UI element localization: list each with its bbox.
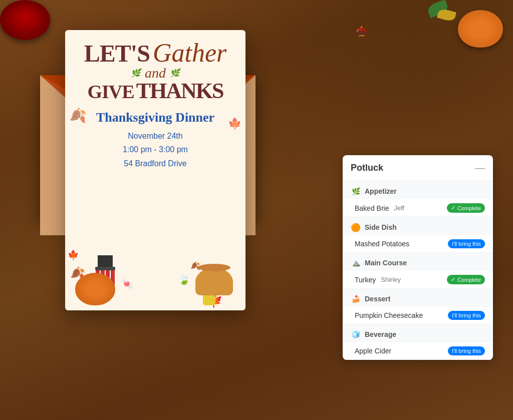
pumpkin-cheesecake-bring-button[interactable]: I'll bring this: [448, 311, 485, 320]
pumpkin-cheesecake-item: Pumpkin Cheesecake I'll bring this: [343, 307, 493, 324]
turkey-status-badge: Complete: [447, 275, 485, 284]
fall-leaf-2-icon: 🍁: [68, 249, 79, 260]
beverage-section: 🧊 Beverage Apple Cider I'll bring this: [343, 324, 493, 360]
card-illustrations: 🍂 🍁 🍃 🍂 🍁 🍬: [65, 220, 245, 310]
pumpkin-decoration: [458, 10, 503, 48]
potluck-panel: Potluck — 🌿 Appetizer Baked Brie Jeff Co…: [343, 155, 493, 360]
main-course-section: ⛰️ Main Course Turkey Shirley Complete: [343, 253, 493, 289]
baked-brie-person: Jeff: [394, 204, 404, 212]
dessert-section: 🍰 Dessert Pumpkin Cheesecake I'll bring …: [343, 289, 493, 324]
card-date: November 24th: [80, 129, 230, 143]
baked-brie-item: Baked Brie Jeff Complete: [343, 199, 493, 217]
turkey-left: Turkey Shirley: [355, 276, 401, 284]
side-dish-category-header: 🟠 Side Dish: [343, 217, 493, 235]
nuts-decoration: 🌰: [355, 25, 368, 37]
card-give-text: Give: [88, 82, 134, 101]
card-gather-text: Gather: [153, 40, 226, 66]
baked-brie-left: Baked Brie Jeff: [355, 204, 404, 212]
side-dish-section: 🟠 Side Dish Mashed Potatoes I'll bring t…: [343, 217, 493, 253]
fall-leaf-3-icon: 🍃: [178, 273, 190, 285]
main-course-category-name: Main Course: [365, 259, 407, 267]
turkey-name: Turkey: [355, 276, 376, 284]
baked-brie-status-badge: Complete: [447, 203, 485, 213]
apple-cider-name: Apple Cider: [355, 347, 391, 355]
card-event-title: Thanksgiving Dinner: [80, 110, 230, 125]
right-branch-icon: 🍁: [228, 117, 241, 130]
left-branch-icon: 🍂: [69, 107, 87, 124]
leaves-decoration: [423, 3, 463, 33]
mashed-potatoes-bring-button[interactable]: I'll bring this: [448, 239, 485, 248]
side-dish-icon: 🟠: [351, 222, 361, 232]
food-decoration-right: [413, 0, 513, 80]
card-lets-text: LET'S: [84, 42, 150, 66]
card-time: 1:00 pm - 3:00 pm: [80, 143, 230, 156]
dessert-icon: 🍰: [351, 294, 361, 304]
appetizer-category-name: Appetizer: [365, 187, 397, 195]
appetizer-icon: 🌿: [351, 186, 361, 196]
pumpkin-cheesecake-name: Pumpkin Cheesecake: [355, 311, 423, 319]
turkey-person: Shirley: [381, 276, 401, 283]
apple-cider-item: Apple Cider I'll bring this: [343, 342, 493, 360]
mashed-potatoes-item: Mashed Potatoes I'll bring this: [343, 235, 493, 253]
beverage-icon: 🧊: [351, 329, 361, 339]
side-dish-category-name: Side Dish: [365, 223, 397, 231]
card-thanks-text: THANKS: [136, 80, 223, 102]
card-details: November 24th 1:00 pm - 3:00 pm 54 Bradf…: [80, 129, 230, 170]
turkey-item: Turkey Shirley Complete: [343, 271, 493, 289]
acorn-icon: 🍬: [120, 277, 134, 290]
potluck-collapse-icon[interactable]: —: [475, 162, 485, 174]
potluck-title: Potluck: [351, 163, 383, 173]
mashed-potatoes-name: Mashed Potatoes: [355, 240, 409, 248]
food-decoration-left: [0, 0, 75, 65]
card-address: 54 Bradford Drive: [80, 157, 230, 170]
invitation-card: LET'S Gather and Give THANKS 🍂 🍁 Thanksg…: [65, 30, 245, 310]
card-and-text: and: [75, 66, 235, 80]
yellow-leaf: [437, 8, 456, 22]
dessert-category-name: Dessert: [365, 295, 390, 303]
pie-decoration: [195, 268, 233, 295]
baked-brie-name: Baked Brie: [355, 204, 389, 212]
dessert-category-header: 🍰 Dessert: [343, 289, 493, 307]
appetizer-section: 🌿 Appetizer Baked Brie Jeff Complete: [343, 181, 493, 217]
main-course-icon: ⛰️: [351, 258, 361, 268]
pumpkin-main: [75, 273, 115, 305]
card-middle: 🍂 🍁 Thanksgiving Dinner November 24th 1:…: [65, 107, 245, 173]
potluck-header: Potluck —: [343, 155, 493, 181]
cranberry-bowl: [0, 0, 50, 40]
beverage-category-name: Beverage: [365, 330, 396, 338]
card-header: LET'S Gather and Give THANKS: [65, 30, 245, 107]
pilgrim-hat: [98, 255, 113, 268]
apple-cider-bring-button[interactable]: I'll bring this: [448, 346, 485, 355]
appetizer-category-header: 🌿 Appetizer: [343, 181, 493, 199]
beverage-category-header: 🧊 Beverage: [343, 324, 493, 342]
main-course-category-header: ⛰️ Main Course: [343, 253, 493, 271]
